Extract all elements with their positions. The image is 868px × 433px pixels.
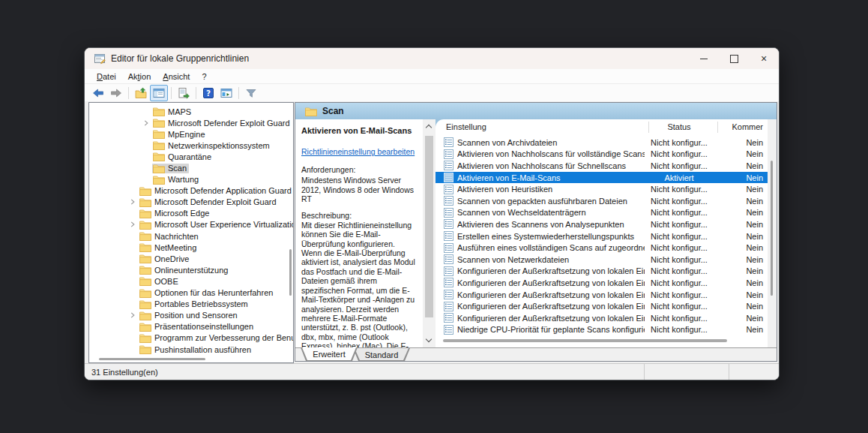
settings-row[interactable]: Scannen von ArchivdateienNicht konfigur.… xyxy=(435,137,768,149)
tree-item[interactable]: Quarantäne xyxy=(89,151,290,162)
policy-icon xyxy=(444,290,453,299)
close-icon[interactable]: × xyxy=(749,48,779,69)
tree-item[interactable]: Microsoft User Experience Virtualization xyxy=(89,219,290,230)
tree-item[interactable]: Präsentationseinstellungen xyxy=(89,321,290,332)
back-icon[interactable] xyxy=(89,85,107,101)
settings-row[interactable]: Aktivieren von Nachholscans für Schnells… xyxy=(435,160,768,172)
tree-item-label: Programm zur Verbesserung der Benutzer xyxy=(154,333,294,342)
tree-item[interactable]: MpEngine xyxy=(89,128,290,140)
tab-erweitert[interactable]: Erweitert xyxy=(301,347,358,361)
tree-item[interactable]: Portables Betriebssystem xyxy=(89,299,290,310)
settings-row[interactable]: Aktivieren des Scannens von Analysepunkt… xyxy=(435,218,768,230)
menu-?[interactable]: ? xyxy=(196,71,212,83)
menu-datei[interactable]: Datei xyxy=(91,71,122,83)
tree-item[interactable]: Wartung xyxy=(89,174,290,185)
window-title: Editor für lokale Gruppenrichtlinien xyxy=(111,53,689,64)
forward-icon[interactable] xyxy=(107,85,125,101)
expand-chevron-icon[interactable] xyxy=(127,197,139,206)
setting-comment: Nein xyxy=(714,197,768,206)
expand-chevron-icon[interactable] xyxy=(127,220,139,229)
settings-row[interactable]: Aktivieren von E-Mail-ScansAktiviertNein xyxy=(435,172,768,184)
settings-list: Einstellung Status Kommer Scannen von Ar… xyxy=(435,119,768,347)
settings-row[interactable]: Konfigurieren der Außerkraftsetzung von … xyxy=(435,300,768,312)
setting-status: Nicht konfigur... xyxy=(645,266,714,275)
tree-item[interactable]: Pushinstallation ausführen xyxy=(89,344,290,355)
minimize-icon[interactable] xyxy=(689,48,719,69)
tree-horizontal-scrollbar[interactable] xyxy=(99,358,205,360)
settings-row[interactable]: Scannen von gepackten ausführbaren Datei… xyxy=(435,195,768,207)
settings-row[interactable]: Aktivieren von Nachholscans für vollstän… xyxy=(435,149,768,161)
tree-item[interactable]: Programm zur Verbesserung der Benutzer xyxy=(89,332,290,344)
tree-item[interactable]: NetMeeting xyxy=(89,242,290,253)
setting-name: Aktivieren von Heuristiken xyxy=(457,185,645,194)
toolbar-separator xyxy=(171,87,172,99)
folder-icon xyxy=(139,254,151,263)
tree-item[interactable]: Nachrichten xyxy=(89,230,290,242)
expand-spacer xyxy=(127,322,139,331)
maximize-icon[interactable] xyxy=(719,48,749,69)
settings-row[interactable]: Konfigurieren der Außerkraftsetzung von … xyxy=(435,266,768,278)
description-scrollbar[interactable] xyxy=(423,119,435,347)
tree-vertical-scrollbar[interactable] xyxy=(289,249,292,296)
menu-bar: DateiAktionAnsicht? xyxy=(85,69,779,84)
help-icon[interactable]: ? xyxy=(199,85,217,101)
tree-item[interactable]: Optionen für das Herunterfahren xyxy=(89,287,290,299)
edit-policy-link[interactable]: Richtlinieneinstellung bearbeiten xyxy=(301,147,418,156)
column-divider[interactable] xyxy=(648,122,649,133)
content-area: MAPSMicrosoft Defender Exploit GuardMpEn… xyxy=(85,101,779,363)
setting-status: Nicht konfigur... xyxy=(645,302,714,311)
menu-ansicht[interactable]: Ansicht xyxy=(157,71,196,83)
tree-item[interactable]: Microsoft Defender Exploit Guard xyxy=(89,117,290,128)
tree-item[interactable]: Microsoft Defender Exploit Guard xyxy=(89,197,290,208)
setting-name: Konfigurieren der Außerkraftsetzung von … xyxy=(457,314,645,323)
expand-chevron-icon[interactable] xyxy=(140,119,152,128)
scrollbar-thumb[interactable] xyxy=(771,161,773,296)
up-one-level-icon[interactable] xyxy=(132,85,150,101)
show-extended-view-icon[interactable] xyxy=(217,85,235,101)
list-vertical-scrollbar[interactable] xyxy=(768,119,777,347)
tab-standard[interactable]: Standard xyxy=(353,348,410,361)
settings-row[interactable]: Scannen von NetzwerkdateienNicht konfigu… xyxy=(435,254,768,266)
expand-spacer xyxy=(127,254,139,263)
tree-item[interactable]: MAPS xyxy=(89,106,290,117)
tree-item-label: Wartung xyxy=(168,175,199,184)
show-console-tree-icon[interactable] xyxy=(150,85,168,101)
tree-item[interactable]: OOBE xyxy=(89,275,290,287)
folder-icon xyxy=(139,242,151,252)
tree-item[interactable]: Microsoft Edge xyxy=(89,208,290,219)
filter-icon[interactable] xyxy=(242,85,260,101)
menu-aktion[interactable]: Aktion xyxy=(122,71,157,83)
settings-row[interactable]: Niedrige CPU-Priorität für geplante Scan… xyxy=(435,324,768,336)
policy-icon xyxy=(444,137,453,147)
setting-name: Konfigurieren der Außerkraftsetzung von … xyxy=(457,278,645,287)
settings-row[interactable]: Ausführen eines vollständigen Scans auf … xyxy=(435,242,768,254)
policy-icon xyxy=(444,149,453,159)
tree-item[interactable]: Microsoft Defender Application Guard xyxy=(89,185,290,197)
settings-row[interactable]: Konfigurieren der Außerkraftsetzung von … xyxy=(435,312,768,324)
tree-item[interactable]: Position und Sensoren xyxy=(89,310,290,321)
tree-item[interactable]: Netzwerkinspektionssystem xyxy=(89,140,290,151)
setting-name: Aktivieren von Nachholscans für Schnells… xyxy=(457,161,645,170)
column-divider[interactable] xyxy=(717,122,718,133)
tree-item[interactable]: Scan xyxy=(89,162,290,173)
settings-row[interactable]: Erstellen eines Systemwiederherstellungs… xyxy=(435,230,768,242)
requirements-text: Mindestens Windows Server 2012, Windows … xyxy=(301,176,418,203)
setting-status: Nicht konfigur... xyxy=(645,149,714,158)
list-horizontal-scrollbar[interactable] xyxy=(443,339,727,342)
expand-chevron-icon[interactable] xyxy=(127,311,139,320)
setting-status: Nicht konfigur... xyxy=(645,290,714,299)
scrollbar-thumb[interactable] xyxy=(425,136,433,317)
settings-row[interactable]: Aktivieren von HeuristikenNicht konfigur… xyxy=(435,183,768,195)
column-header-kommentar[interactable]: Kommer xyxy=(714,122,768,131)
settings-row[interactable]: Konfigurieren der Außerkraftsetzung von … xyxy=(435,277,768,289)
column-header-status[interactable]: Status xyxy=(645,122,714,131)
tree-item[interactable]: Onlineunterstützung xyxy=(89,264,290,275)
settings-row[interactable]: Scannen von WechseldatenträgernNicht kon… xyxy=(435,207,768,219)
settings-row[interactable]: Konfigurieren der Außerkraftsetzung von … xyxy=(435,289,768,301)
column-header-einstellung[interactable]: Einstellung xyxy=(435,122,645,131)
scroll-down-icon[interactable] xyxy=(426,337,432,343)
tree-item[interactable]: OneDrive xyxy=(89,253,290,264)
export-list-icon[interactable] xyxy=(175,85,193,101)
setting-status: Nicht konfigur... xyxy=(645,232,714,241)
scroll-up-icon[interactable] xyxy=(426,124,432,130)
